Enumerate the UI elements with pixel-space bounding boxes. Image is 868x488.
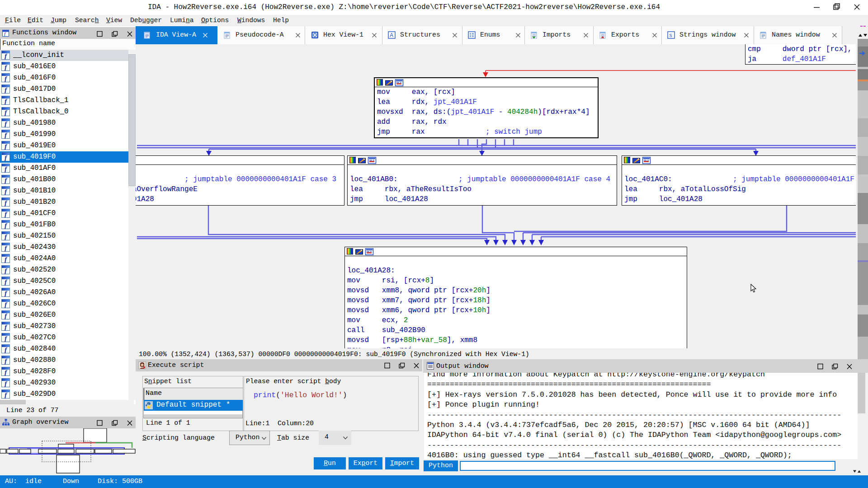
- svg-text:A: A: [390, 32, 393, 38]
- svg-text:s: s: [670, 32, 672, 38]
